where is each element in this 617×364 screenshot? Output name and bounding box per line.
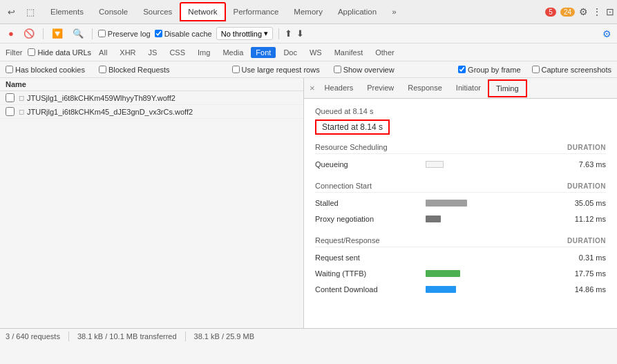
connection-start-duration-label: DURATION xyxy=(567,182,606,190)
queueing-bar-area xyxy=(426,161,551,168)
capture-screenshots-label[interactable]: Capture screenshots xyxy=(532,66,612,74)
timing-meta: Queued at 8.14 s Started at 8.14 s xyxy=(315,107,606,135)
filter-img[interactable]: Img xyxy=(193,47,215,58)
group-by-frame-text: Group by frame xyxy=(468,66,520,74)
status-divider-1 xyxy=(68,332,69,341)
import-icon[interactable]: ⬆ xyxy=(285,28,292,39)
tab-more[interactable]: » xyxy=(384,3,404,21)
hide-data-urls-label[interactable]: Hide data URLs xyxy=(28,48,91,57)
tab-elements[interactable]: Elements xyxy=(43,3,91,21)
content-download-bar-area xyxy=(426,286,551,293)
proxy-label: Proxy negotiation xyxy=(315,215,426,223)
ttfb-row: Waiting (TTFB) 17.75 ms xyxy=(315,267,606,280)
preserve-log-checkbox[interactable] xyxy=(98,30,106,37)
filter-label: Filter xyxy=(6,48,22,57)
back-icon[interactable]: ↩ xyxy=(3,3,19,20)
request-response-duration-label: DURATION xyxy=(567,237,606,245)
tab-timing[interactable]: Timing xyxy=(488,79,527,97)
tab-network[interactable]: Network xyxy=(180,2,225,21)
export-icon[interactable]: ⬇ xyxy=(296,28,304,39)
queued-text: Queued at 8.14 s xyxy=(315,107,606,115)
stalled-row: Stalled 35.05 ms xyxy=(315,197,606,209)
tab-initiator[interactable]: Initiator xyxy=(449,80,488,97)
tab-preview[interactable]: Preview xyxy=(360,80,401,97)
filter-font[interactable]: Font xyxy=(251,47,276,58)
tab-sources[interactable]: Sources xyxy=(135,3,180,21)
file-checkbox-1[interactable] xyxy=(6,93,15,102)
filter-manifest[interactable]: Manifest xyxy=(330,47,368,58)
show-overview-label[interactable]: Show overview xyxy=(334,66,395,74)
request-sent-label: Request sent xyxy=(315,253,426,262)
cursor-icon[interactable]: ⬚ xyxy=(22,3,39,20)
blocked-cookies-text: Has blocked cookies xyxy=(15,66,85,74)
file-list: Name ◻ JTUSjlg1_i6t8kCHKm459WlhyyTh89Y.w… xyxy=(0,78,304,328)
connection-start-title: Connection Start xyxy=(315,182,372,190)
queueing-row: Queueing 7.63 ms xyxy=(315,158,606,171)
search-icon[interactable]: 🔍 xyxy=(70,27,86,40)
filter-all[interactable]: All xyxy=(94,47,112,58)
list-item[interactable]: ◻ JTUSjlg1_i6t8kCHKm459WlhyyTh89Y.woff2 xyxy=(0,91,303,105)
request-response-title: Request/Response xyxy=(315,236,380,245)
tab-memory[interactable]: Memory xyxy=(286,3,330,21)
preserve-log-label[interactable]: Preserve log xyxy=(98,30,151,38)
resource-scheduling-duration-label: DURATION xyxy=(567,144,606,151)
options-right-group: Use large request rows Show overview xyxy=(232,66,448,74)
tab-performance[interactable]: Performance xyxy=(226,3,287,21)
content-download-label: Content Download xyxy=(315,285,426,294)
file-icon-2: ◻ xyxy=(19,108,24,115)
tab-right: 5 24 ⚙ ⋮ ⊡ xyxy=(545,6,614,17)
group-by-frame-label[interactable]: Group by frame xyxy=(458,66,520,74)
network-settings-icon[interactable]: ⚙ xyxy=(602,28,611,39)
list-item[interactable]: ◻ JTURjlg1_i6t8kCHKm45_dJE3gnD_vx3rCs.wo… xyxy=(0,105,303,119)
proxy-bar xyxy=(426,215,441,222)
throttling-dropdown[interactable]: No throttling ▾ xyxy=(216,27,273,40)
blocked-cookies-label[interactable]: Has blocked cookies xyxy=(6,66,85,74)
large-rows-checkbox[interactable] xyxy=(232,66,240,73)
large-rows-label[interactable]: Use large request rows xyxy=(232,66,320,74)
filter-media[interactable]: Media xyxy=(218,47,248,58)
disable-cache-checkbox[interactable] xyxy=(155,30,162,37)
capture-screenshots-checkbox[interactable] xyxy=(532,66,540,73)
record-button[interactable]: ● xyxy=(6,27,17,40)
filter-doc[interactable]: Doc xyxy=(278,47,302,58)
blocked-requests-checkbox[interactable] xyxy=(99,66,106,73)
large-rows-text: Use large request rows xyxy=(242,66,320,74)
status-bar: 3 / 640 requests 38.1 kB / 10.1 MB trans… xyxy=(0,328,617,343)
tab-headers[interactable]: Headers xyxy=(318,80,361,97)
filter-xhr[interactable]: XHR xyxy=(115,47,140,58)
filter-other[interactable]: Other xyxy=(370,47,399,58)
toolbar-divider-2 xyxy=(92,28,93,39)
transferred-status: 38.1 kB / 10.1 MB transferred xyxy=(77,332,177,341)
detail-close-button[interactable]: × xyxy=(307,83,318,93)
ttfb-bar xyxy=(426,270,460,277)
filter-css[interactable]: CSS xyxy=(164,47,190,58)
clear-button[interactable]: 🚫 xyxy=(21,27,37,40)
queueing-value: 7.63 ms xyxy=(551,160,606,169)
file-name-1: JTUSjlg1_i6t8kCHKm459WlhyyTh89Y.woff2 xyxy=(27,94,175,102)
content-download-value: 14.86 ms xyxy=(551,285,606,294)
blocked-cookies-checkbox[interactable] xyxy=(6,66,13,73)
undock-icon[interactable]: ⊡ xyxy=(606,6,614,17)
timing-content: Queued at 8.14 s Started at 8.14 s Resou… xyxy=(304,99,617,315)
disable-cache-label[interactable]: Disable cache xyxy=(155,30,212,38)
filter-js[interactable]: JS xyxy=(144,47,162,58)
tab-console[interactable]: Console xyxy=(91,3,135,21)
file-checkbox-2[interactable] xyxy=(6,107,15,116)
resource-scheduling-section: Resource Scheduling DURATION Queueing 7.… xyxy=(315,143,606,171)
blocked-requests-label[interactable]: Blocked Requests xyxy=(99,66,170,74)
group-by-frame-checkbox[interactable] xyxy=(458,66,466,73)
tab-application[interactable]: Application xyxy=(330,3,384,21)
resource-scheduling-header: Resource Scheduling DURATION xyxy=(315,143,606,154)
filter-ws[interactable]: WS xyxy=(305,47,327,58)
stalled-value: 35.05 ms xyxy=(551,199,606,207)
hide-data-urls-checkbox[interactable] xyxy=(28,48,35,56)
filter-icon[interactable]: 🔽 xyxy=(49,27,66,40)
show-overview-checkbox[interactable] xyxy=(334,66,341,73)
settings-icon[interactable]: ⚙ xyxy=(579,6,588,17)
content-download-bar xyxy=(426,286,456,293)
more-options-icon[interactable]: ⋮ xyxy=(592,6,602,17)
content-download-row: Content Download 14.86 ms xyxy=(315,283,606,296)
ttfb-label: Waiting (TTFB) xyxy=(315,269,426,278)
toolbar-divider-3 xyxy=(278,28,279,39)
tab-response[interactable]: Response xyxy=(401,80,449,97)
